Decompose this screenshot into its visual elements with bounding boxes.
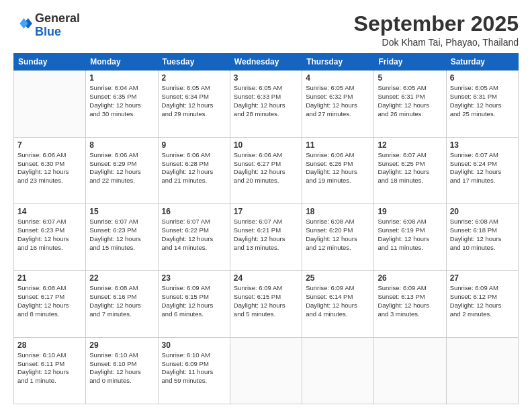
- day-cell: 13Sunrise: 6:07 AMSunset: 6:24 PMDayligh…: [446, 137, 518, 203]
- day-info-line: and 10 minutes.: [450, 244, 515, 253]
- day-info-line: Daylight: 12 hours: [89, 101, 154, 110]
- day-info-line: Sunrise: 6:05 AM: [450, 84, 515, 93]
- day-info-line: Sunrise: 6:06 AM: [89, 151, 154, 160]
- day-info-line: and 18 minutes.: [378, 177, 442, 185]
- day-info-line: and 2 minutes.: [450, 310, 515, 319]
- day-cell: 12Sunrise: 6:07 AMSunset: 6:25 PMDayligh…: [374, 137, 446, 203]
- day-info-line: and 1 minute.: [17, 377, 82, 385]
- day-cell: 15Sunrise: 6:07 AMSunset: 6:23 PMDayligh…: [86, 203, 158, 270]
- day-info-line: Daylight: 12 hours: [89, 168, 154, 177]
- day-cell: 21Sunrise: 6:08 AMSunset: 6:17 PMDayligh…: [14, 271, 86, 337]
- day-info-line: Daylight: 12 hours: [450, 235, 515, 244]
- day-cell: [302, 337, 374, 404]
- day-info-line: Sunrise: 6:08 AM: [450, 218, 515, 226]
- day-info-line: and 20 minutes.: [234, 177, 298, 185]
- header: General Blue September 2025 Dok Kham Tai…: [13, 12, 519, 48]
- day-cell: [446, 337, 518, 404]
- day-info-line: and 5 minutes.: [234, 310, 298, 319]
- day-info-line: Sunrise: 6:09 AM: [450, 284, 515, 293]
- logo-general: General: [35, 11, 80, 25]
- day-cell: 20Sunrise: 6:08 AMSunset: 6:18 PMDayligh…: [446, 203, 518, 270]
- day-info-line: Sunset: 6:15 PM: [234, 293, 298, 302]
- day-cell: 10Sunrise: 6:06 AMSunset: 6:27 PMDayligh…: [230, 137, 302, 203]
- col-sunday: Sunday: [14, 54, 86, 71]
- day-info-line: Sunrise: 6:05 AM: [162, 84, 226, 93]
- day-info-line: and 21 minutes.: [162, 177, 226, 185]
- day-info-line: Daylight: 12 hours: [378, 235, 442, 244]
- day-info-line: Daylight: 12 hours: [450, 168, 515, 177]
- day-info-line: Sunset: 6:29 PM: [89, 160, 154, 169]
- day-cell: 22Sunrise: 6:08 AMSunset: 6:16 PMDayligh…: [86, 271, 158, 337]
- col-friday: Friday: [374, 54, 446, 71]
- week-row-1: 7Sunrise: 6:06 AMSunset: 6:30 PMDaylight…: [14, 137, 519, 203]
- day-number: 17: [234, 206, 298, 217]
- day-info-line: Daylight: 12 hours: [306, 235, 370, 244]
- day-info-line: Daylight: 12 hours: [378, 101, 442, 110]
- day-info-line: Daylight: 12 hours: [17, 235, 82, 244]
- day-cell: 8Sunrise: 6:06 AMSunset: 6:29 PMDaylight…: [86, 137, 158, 203]
- day-info-line: Sunset: 6:23 PM: [17, 226, 82, 235]
- week-row-0: 1Sunrise: 6:04 AMSunset: 6:35 PMDaylight…: [14, 71, 519, 137]
- day-cell: 5Sunrise: 6:05 AMSunset: 6:31 PMDaylight…: [374, 71, 446, 137]
- day-info-line: and 30 minutes.: [89, 110, 154, 119]
- day-info-line: Daylight: 12 hours: [234, 302, 298, 310]
- day-info-line: Daylight: 12 hours: [162, 168, 226, 177]
- day-info-line: and 16 minutes.: [17, 244, 82, 253]
- day-number: 29: [89, 340, 154, 351]
- day-info-line: Daylight: 12 hours: [306, 302, 370, 310]
- day-info-line: Sunset: 6:31 PM: [450, 93, 515, 101]
- day-info-line: Sunrise: 6:07 AM: [450, 151, 515, 160]
- day-cell: 16Sunrise: 6:07 AMSunset: 6:22 PMDayligh…: [158, 203, 230, 270]
- day-info-line: and 7 minutes.: [89, 310, 154, 319]
- day-info-line: Sunset: 6:11 PM: [17, 360, 82, 369]
- day-info-line: Sunrise: 6:07 AM: [17, 218, 82, 226]
- day-info-line: Sunrise: 6:09 AM: [378, 284, 442, 293]
- day-number: 2: [162, 73, 226, 83]
- day-info-line: Sunset: 6:18 PM: [450, 226, 515, 235]
- day-cell: 9Sunrise: 6:06 AMSunset: 6:28 PMDaylight…: [158, 137, 230, 203]
- day-info-line: Sunset: 6:12 PM: [450, 293, 515, 302]
- day-info-line: Sunrise: 6:04 AM: [89, 84, 154, 93]
- day-cell: 11Sunrise: 6:06 AMSunset: 6:26 PMDayligh…: [302, 137, 374, 203]
- day-info-line: Daylight: 12 hours: [89, 302, 154, 310]
- day-number: 28: [17, 340, 82, 351]
- logo-text: General Blue: [35, 12, 80, 39]
- day-number: 19: [378, 206, 442, 217]
- day-number: 27: [450, 273, 515, 283]
- day-info-line: Sunrise: 6:05 AM: [378, 84, 442, 93]
- day-info-line: Sunrise: 6:08 AM: [89, 284, 154, 293]
- day-info-line: and 28 minutes.: [234, 110, 298, 119]
- day-number: 7: [17, 140, 82, 150]
- day-info-line: Daylight: 11 hours: [162, 368, 226, 377]
- day-info-line: Sunrise: 6:08 AM: [17, 284, 82, 293]
- day-cell: 17Sunrise: 6:07 AMSunset: 6:21 PMDayligh…: [230, 203, 302, 270]
- day-info-line: Sunset: 6:28 PM: [162, 160, 226, 169]
- day-number: 4: [306, 73, 370, 83]
- day-info-line: Sunrise: 6:10 AM: [17, 351, 82, 360]
- col-wednesday: Wednesday: [230, 54, 302, 71]
- day-info-line: Sunset: 6:33 PM: [234, 93, 298, 101]
- day-info-line: Sunset: 6:35 PM: [89, 93, 154, 101]
- day-info-line: Sunrise: 6:07 AM: [89, 218, 154, 226]
- day-info-line: Daylight: 12 hours: [89, 235, 154, 244]
- day-cell: 7Sunrise: 6:06 AMSunset: 6:30 PMDaylight…: [14, 137, 86, 203]
- day-cell: 29Sunrise: 6:10 AMSunset: 6:10 PMDayligh…: [86, 337, 158, 404]
- day-info-line: Daylight: 12 hours: [306, 101, 370, 110]
- day-info-line: Sunset: 6:25 PM: [378, 160, 442, 169]
- day-info-line: Daylight: 12 hours: [234, 235, 298, 244]
- day-number: 15: [89, 206, 154, 217]
- day-info-line: Sunrise: 6:07 AM: [162, 218, 226, 226]
- day-info-line: Sunset: 6:09 PM: [162, 360, 226, 369]
- day-info-line: and 27 minutes.: [306, 110, 370, 119]
- day-info-line: Sunset: 6:26 PM: [306, 160, 370, 169]
- day-info-line: Sunset: 6:31 PM: [378, 93, 442, 101]
- day-cell: 3Sunrise: 6:05 AMSunset: 6:33 PMDaylight…: [230, 71, 302, 137]
- day-info-line: and 4 minutes.: [306, 310, 370, 319]
- day-info-line: and 25 minutes.: [450, 110, 515, 119]
- day-info-line: Sunset: 6:24 PM: [450, 160, 515, 169]
- day-info-line: and 19 minutes.: [306, 177, 370, 185]
- day-number: 20: [450, 206, 515, 217]
- week-row-3: 21Sunrise: 6:08 AMSunset: 6:17 PMDayligh…: [14, 271, 519, 337]
- day-cell: 27Sunrise: 6:09 AMSunset: 6:12 PMDayligh…: [446, 271, 518, 337]
- day-info-line: Sunrise: 6:08 AM: [306, 218, 370, 226]
